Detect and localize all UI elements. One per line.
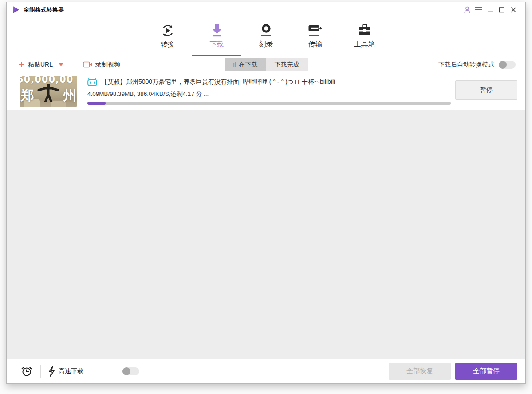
nav-label-burn: 刻录 — [259, 40, 273, 49]
progress-bar — [87, 102, 451, 105]
high-speed-download-control[interactable]: 高速下载 — [48, 366, 83, 377]
video-thumbnail: 50,000,00 郑 州 — [20, 76, 77, 107]
transfer-icon — [308, 24, 323, 38]
progress-bar-fill — [87, 102, 106, 105]
paste-url-button[interactable]: 粘贴URL — [18, 61, 63, 69]
bilibili-icon — [87, 78, 97, 86]
pause-all-button[interactable]: 全部暂停 — [455, 363, 517, 380]
pause-button[interactable]: 暂停 — [455, 80, 517, 100]
nav-tab-transfer[interactable]: 传输 — [291, 17, 340, 56]
nav-tab-toolbox[interactable]: 工具箱 — [340, 17, 389, 56]
toolbox-icon — [357, 24, 372, 38]
toggle-knob — [499, 61, 507, 69]
download-toolbar: 粘贴URL 录制视频 正在下载 下载完成 下载后自动转换模式 — [7, 56, 525, 73]
download-progress-text: 4.09MB/98.39MB, 386.04KB/S,还剩4.17 分 ... — [87, 90, 451, 98]
nav-label-transfer: 传输 — [308, 40, 323, 49]
schedule-button[interactable] — [20, 365, 33, 378]
minimize-button[interactable] — [485, 4, 496, 15]
camera-icon — [83, 61, 92, 68]
app-logo-icon — [12, 6, 20, 14]
burn-icon — [260, 24, 273, 38]
close-icon — [510, 7, 517, 13]
record-video-button[interactable]: 录制视频 — [83, 61, 120, 69]
nav-label-convert: 转换 — [161, 40, 175, 49]
alarm-clock-icon — [21, 366, 32, 377]
plus-icon — [18, 61, 25, 68]
footer-bar: 高速下载 全部恢复 全部暂停 — [7, 359, 525, 383]
toolbar-left-group: 粘贴URL 录制视频 — [18, 61, 120, 69]
app-title: 全能格式转换器 — [24, 6, 64, 14]
tab-completed[interactable]: 下载完成 — [266, 58, 308, 71]
footer-divider — [40, 365, 41, 378]
hamburger-icon — [475, 7, 483, 13]
thumbnail-char-right: 州 — [63, 87, 76, 105]
tab-downloading[interactable]: 正在下载 — [225, 58, 266, 71]
maximize-button[interactable] — [496, 4, 508, 15]
nav-label-download: 下载 — [210, 40, 224, 49]
toolbar-right-group: 下载后自动转换模式 — [438, 56, 516, 73]
auto-convert-label: 下载后自动转换模式 — [438, 61, 494, 69]
nav-label-toolbox: 工具箱 — [354, 40, 375, 49]
high-speed-toggle[interactable] — [122, 367, 139, 375]
convert-icon — [160, 23, 175, 38]
resume-all-button[interactable]: 全部恢复 — [389, 363, 451, 380]
nav-tab-burn[interactable]: 刻录 — [241, 17, 291, 56]
minimize-icon — [487, 7, 493, 13]
download-list-item[interactable]: 50,000,00 郑 州 【艾叔】郑州5000万豪宅里，养条巨贵有没有排面_哔… — [7, 73, 525, 110]
menu-button[interactable] — [473, 4, 485, 15]
record-video-label: 录制视频 — [95, 61, 120, 69]
auto-convert-toggle[interactable] — [499, 61, 516, 69]
download-state-tabs: 正在下载 下载完成 — [225, 58, 308, 71]
person-silhouette — [37, 83, 60, 102]
user-icon — [463, 6, 471, 14]
chevron-down-icon — [59, 63, 63, 67]
download-item-details: 【艾叔】郑州5000万豪宅里，养条巨贵有没有排面_哔哩哔哩 ( ° - ° )つ… — [87, 78, 451, 105]
lightning-icon — [48, 366, 55, 377]
titlebar: 全能格式转换器 — [7, 2, 525, 17]
nav-tab-download[interactable]: 下载 — [192, 17, 241, 56]
high-speed-label: 高速下载 — [59, 367, 83, 375]
nav-tab-convert[interactable]: 转换 — [143, 17, 192, 56]
thumbnail-char-left: 郑 — [21, 87, 34, 105]
toggle-knob — [122, 367, 130, 375]
maximize-icon — [499, 7, 505, 13]
account-button[interactable] — [461, 4, 473, 15]
close-button[interactable] — [508, 4, 519, 15]
paste-url-label: 粘贴URL — [28, 61, 53, 69]
app-window: 全能格式转换器 — [6, 2, 526, 384]
download-title: 【艾叔】郑州5000万豪宅里，养条巨贵有没有排面_哔哩哔哩 ( ° - ° )つ… — [101, 78, 335, 86]
main-nav: 转换 下载 刻录 传输 — [7, 17, 525, 56]
download-icon — [210, 24, 224, 38]
download-list-area — [7, 110, 525, 359]
